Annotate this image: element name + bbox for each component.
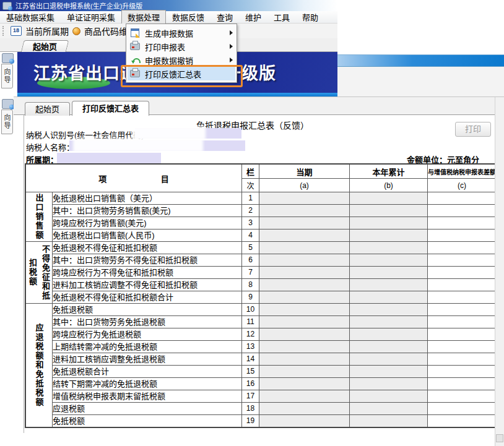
cell-a xyxy=(259,390,350,403)
cell-b xyxy=(350,217,428,229)
wizard-side-tab[interactable]: 向导 xyxy=(1,109,13,134)
orange-dot-icon xyxy=(72,27,80,35)
cell-c xyxy=(428,192,497,205)
row-group-label: 扣税额不得免征和抵 xyxy=(25,242,53,304)
menu-item[interactable]: 数据反馈 xyxy=(166,10,211,24)
cell-a xyxy=(259,229,350,242)
row-label: 免抵退税额 xyxy=(53,304,242,316)
table-row: 免抵税额19 xyxy=(25,415,497,428)
dropdown-item[interactable]: 生成申报数据 xyxy=(128,26,235,40)
row-label: 其中：出口货物劳务不得免征和抵扣税额 xyxy=(53,254,242,267)
cell-c xyxy=(428,403,497,415)
undo-icon xyxy=(131,57,139,63)
table-row: 应退税额18 xyxy=(25,403,497,415)
table-row: 结转下期需冲减的免抵退税额16 xyxy=(25,378,497,390)
table-row: 跨境应税行为免抵退税额12 xyxy=(25,328,497,341)
row-label: 跨境应税行为不得免征和抵扣税额 xyxy=(53,267,242,279)
header-col-c: 与增值税纳税申报表差额 xyxy=(428,164,497,179)
window-title: 江苏省出口退税申报系统(生产企业)升级版 xyxy=(15,1,142,11)
panel-left-border xyxy=(24,115,24,433)
cell-a xyxy=(259,366,350,378)
row-number: 12 xyxy=(242,328,259,341)
row-label: 免抵退税出口销售额(人民币) xyxy=(53,229,242,242)
cell-a xyxy=(259,328,350,341)
dropdown-item[interactable]: 打印申报表 xyxy=(128,40,235,53)
cell-a xyxy=(259,341,350,353)
app-icon xyxy=(2,2,12,10)
banner-bottom-strip xyxy=(17,93,337,96)
row-number: 7 xyxy=(242,267,259,279)
cell-c xyxy=(428,328,497,341)
taxpayer-name-field xyxy=(69,140,245,151)
tab-start-page-top[interactable]: 起始页 xyxy=(21,40,69,53)
print-button[interactable]: 打印 xyxy=(455,122,491,137)
table-row: 上期结转需冲减的免抵退税额13 xyxy=(25,341,497,353)
tab-start-page[interactable]: 起始页 xyxy=(25,102,70,116)
cell-c xyxy=(428,378,497,390)
cell-b xyxy=(350,353,428,366)
cell-b xyxy=(350,316,428,328)
cell-a xyxy=(259,415,350,428)
current-period-button[interactable]: 当前所属期 xyxy=(25,25,69,37)
row-label: 其中：出口货物劳务免抵退税额 xyxy=(53,316,242,328)
cell-b xyxy=(350,279,428,291)
cell-c xyxy=(428,415,497,428)
cell-b xyxy=(350,291,428,304)
row-number: 3 xyxy=(242,217,259,229)
menu-item[interactable]: 工具 xyxy=(267,10,296,24)
header-col-a: 当期 xyxy=(259,164,350,179)
menu-item[interactable]: 基础数据采集 xyxy=(0,10,61,24)
cell-b xyxy=(350,390,428,403)
cell-b xyxy=(350,403,428,415)
cell-a xyxy=(259,242,350,254)
table-row: 进料加工核销应调整不得免征和抵扣税额8 xyxy=(25,279,497,291)
scrollbar-corner-button[interactable] xyxy=(496,434,503,442)
header-col-no: 栏 xyxy=(242,164,259,179)
row-number: 19 xyxy=(242,415,259,428)
printer-icon xyxy=(130,43,140,50)
cell-a xyxy=(259,353,350,366)
highlight-annotation-box xyxy=(121,65,243,87)
row-label: 其中：出口货物劳务销售额(美元) xyxy=(53,205,242,217)
row-number: 10 xyxy=(242,304,259,316)
menu-item[interactable]: 帮助 xyxy=(296,10,324,24)
cell-a xyxy=(259,279,350,291)
row-number: 2 xyxy=(242,205,259,217)
tab-print-feedback-summary[interactable]: 打印反馈汇总表 xyxy=(72,101,149,116)
redaction-blur xyxy=(73,139,203,152)
cell-c xyxy=(428,254,497,267)
summary-table: 项 目 栏 当期 本年累计 与增值税纳税申报表差额 次 (a) (b) (c) … xyxy=(25,163,497,428)
vertical-scrollbar[interactable] xyxy=(495,97,504,446)
cell-b xyxy=(350,304,428,316)
cell-b xyxy=(350,205,428,217)
cell-b xyxy=(350,366,428,378)
cell-b xyxy=(350,328,428,341)
cell-c xyxy=(428,205,497,217)
row-number: 15 xyxy=(242,366,259,378)
wizard-side-tab[interactable]: 向导 xyxy=(1,64,13,88)
row-label: 免抵退税额合计 xyxy=(53,366,242,378)
row-group-label: 应退税额和免抵税额 xyxy=(25,304,53,428)
header-col-c-sub: (c) xyxy=(428,179,497,192)
menu-item[interactable]: 查询 xyxy=(211,10,239,24)
cell-c xyxy=(428,390,497,403)
redaction-blur xyxy=(133,126,206,140)
cell-b xyxy=(350,378,428,390)
row-label: 免抵税额 xyxy=(53,415,242,428)
cell-c xyxy=(428,366,497,378)
cell-a xyxy=(259,304,350,316)
cell-a xyxy=(259,403,350,415)
cell-a xyxy=(259,291,350,304)
row-number: 9 xyxy=(242,291,259,304)
toolbar-grip xyxy=(2,26,6,36)
background-banner-bar xyxy=(337,54,504,67)
row-number: 5 xyxy=(242,242,259,254)
generate-data-icon xyxy=(131,28,139,37)
menu-item[interactable]: 单证证明采集 xyxy=(61,10,121,24)
menu-item[interactable]: 维护 xyxy=(239,10,267,24)
menu-item[interactable]: 数据处理 xyxy=(121,10,166,24)
cell-a xyxy=(259,217,350,229)
table-row: 增值税纳税申报表期末留抵税额17 xyxy=(25,390,497,403)
table-row: 扣税额不得免征和抵免抵退税不得免征和抵扣税额5 xyxy=(25,242,497,254)
taxpayer-id-field xyxy=(135,128,241,139)
